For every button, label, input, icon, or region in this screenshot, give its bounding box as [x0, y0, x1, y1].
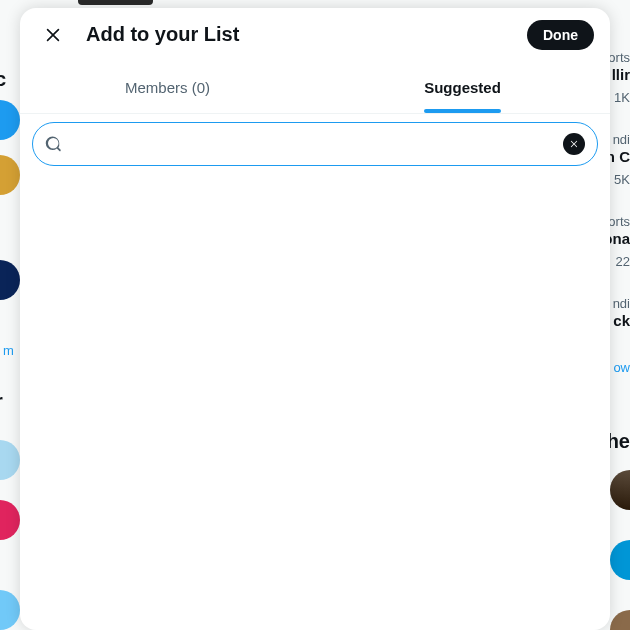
bg-thumbnail [78, 0, 153, 5]
tab-bar: Members (0) Suggested [20, 61, 610, 114]
bg-avatar [0, 500, 20, 540]
bg-show-more-link: m [3, 343, 14, 358]
bg-avatar [0, 155, 20, 195]
search-box[interactable] [32, 122, 598, 166]
close-button[interactable] [36, 18, 70, 52]
close-icon [43, 25, 63, 45]
bg-avatar [0, 590, 20, 630]
bg-avatar [610, 540, 630, 580]
bg-trend-category: ndi [613, 296, 630, 311]
bg-trend-category: orts [608, 50, 630, 65]
bg-trend-title: ck [613, 312, 630, 329]
bg-trend-title: llir [612, 66, 630, 83]
modal-title: Add to your List [86, 23, 527, 46]
clear-search-button[interactable] [563, 133, 585, 155]
bg-trend-stat: 5K [614, 172, 630, 187]
tab-label: Members (0) [125, 63, 210, 112]
close-icon [569, 139, 579, 149]
done-button[interactable]: Done [527, 20, 594, 50]
bg-show-more-link: ow [613, 360, 630, 375]
bg-avatar [0, 260, 20, 300]
tab-label: Suggested [424, 63, 501, 112]
bg-avatar [0, 100, 20, 140]
modal-header: Add to your List Done [20, 8, 610, 61]
bg-left-column [0, 0, 20, 630]
add-to-list-modal: Add to your List Done Members (0) Sugges… [20, 8, 610, 630]
search-input[interactable] [75, 136, 563, 153]
tab-suggested[interactable]: Suggested [315, 61, 610, 113]
bg-avatar [610, 610, 630, 630]
search-container [20, 114, 610, 174]
bg-trend-stat: 1K [614, 90, 630, 105]
bg-avatar [610, 470, 630, 510]
bg-trend-category: ndi [613, 132, 630, 147]
bg-trend-category: orts [608, 214, 630, 229]
bg-trend-stat: 22 [616, 254, 630, 269]
suggested-results-area [20, 174, 610, 630]
bg-avatar [0, 440, 20, 480]
tab-members[interactable]: Members (0) [20, 61, 315, 113]
search-icon [45, 135, 63, 153]
